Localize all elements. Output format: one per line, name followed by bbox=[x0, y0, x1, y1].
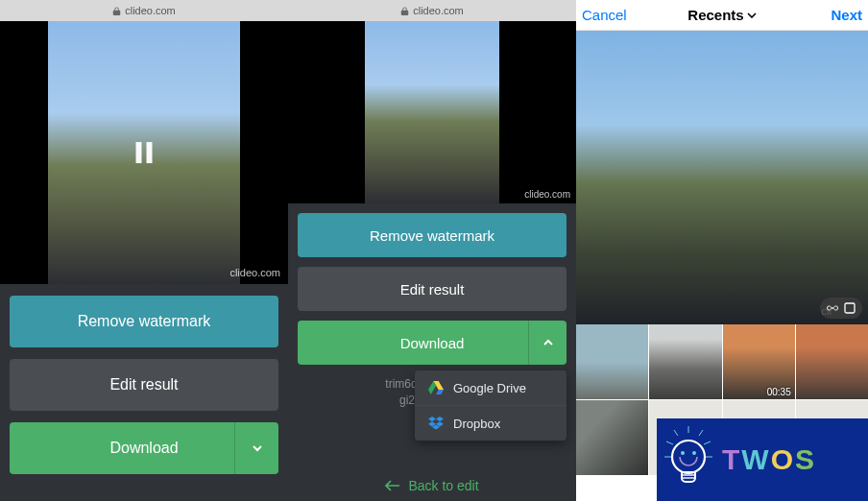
twos-banner: TWOS bbox=[657, 418, 868, 501]
download-button[interactable]: Download bbox=[298, 321, 567, 365]
svg-line-12 bbox=[666, 441, 673, 444]
dropdown-item-label: Dropbox bbox=[453, 417, 500, 431]
url-bar: clideo.com bbox=[288, 0, 576, 21]
button-label: Download bbox=[400, 335, 465, 351]
album-title-button[interactable]: Recents bbox=[687, 7, 756, 23]
svg-marker-4 bbox=[428, 417, 436, 421]
download-dropdown: Google Drive Dropbox bbox=[415, 370, 567, 441]
thumbnail[interactable] bbox=[796, 324, 868, 399]
url-text: clideo.com bbox=[125, 5, 176, 16]
live-photo-controls[interactable] bbox=[820, 298, 862, 319]
download-options-toggle[interactable] bbox=[528, 321, 567, 365]
square-icon bbox=[843, 301, 856, 315]
button-label: Remove watermark bbox=[370, 227, 494, 244]
download-options-toggle[interactable] bbox=[234, 422, 278, 474]
google-drive-icon bbox=[428, 380, 444, 395]
selected-photo-preview[interactable]: cli bbox=[576, 31, 868, 324]
button-label: Download bbox=[109, 440, 178, 457]
dropdown-item-label: Google Drive bbox=[453, 381, 526, 395]
back-to-edit-link[interactable]: Back to edit bbox=[288, 457, 576, 501]
thumbnail[interactable]: 00:35 bbox=[723, 324, 795, 399]
watermark-text: clideo.com bbox=[229, 267, 280, 278]
duration-label: 00:35 bbox=[767, 387, 791, 397]
cancel-button[interactable]: Cancel bbox=[582, 7, 634, 23]
dropdown-item-dropbox[interactable]: Dropbox bbox=[415, 405, 567, 441]
svg-line-11 bbox=[699, 430, 703, 436]
next-button[interactable]: Next bbox=[810, 7, 862, 23]
watermark-text: clideo.com bbox=[524, 189, 570, 200]
thumbnail[interactable] bbox=[576, 324, 648, 399]
video-preview[interactable]: clideo.com bbox=[288, 21, 576, 203]
remove-watermark-button[interactable]: Remove watermark bbox=[298, 213, 567, 257]
infinity-icon bbox=[826, 301, 839, 315]
chevron-up-icon bbox=[542, 336, 555, 349]
url-bar: clideo.com bbox=[0, 0, 288, 21]
svg-line-13 bbox=[704, 441, 711, 444]
photo-picker-header: Cancel Recents Next bbox=[576, 0, 868, 31]
pause-icon[interactable] bbox=[136, 142, 153, 163]
thumbnail[interactable] bbox=[576, 400, 648, 475]
lock-icon bbox=[112, 7, 121, 15]
button-stack: Remove watermark Edit result Download bbox=[288, 203, 576, 370]
thumbnail[interactable] bbox=[649, 324, 721, 399]
album-title-label: Recents bbox=[687, 7, 743, 23]
video-preview[interactable]: clideo.com bbox=[0, 21, 288, 284]
chevron-down-icon bbox=[251, 441, 264, 455]
dropbox-icon bbox=[428, 416, 444, 431]
url-text: clideo.com bbox=[413, 5, 464, 16]
svg-line-10 bbox=[674, 430, 678, 436]
arrow-left-icon bbox=[385, 480, 400, 491]
edit-result-button[interactable]: Edit result bbox=[10, 359, 278, 411]
panel-left: clideo.com clideo.com Remove watermark E… bbox=[0, 0, 288, 501]
edit-result-button[interactable]: Edit result bbox=[298, 267, 567, 311]
button-label: Edit result bbox=[109, 376, 178, 394]
chevron-down-icon bbox=[747, 12, 757, 18]
svg-rect-0 bbox=[845, 303, 855, 313]
svg-point-16 bbox=[672, 441, 705, 473]
button-label: Remove watermark bbox=[78, 313, 211, 330]
lightbulb-icon bbox=[663, 426, 714, 493]
download-button[interactable]: Download bbox=[10, 422, 278, 474]
link-label: Back to edit bbox=[408, 478, 478, 493]
svg-point-18 bbox=[692, 451, 696, 455]
dropdown-item-gdrive[interactable]: Google Drive bbox=[415, 370, 567, 405]
svg-marker-5 bbox=[436, 417, 444, 421]
banner-text: TWOS bbox=[722, 443, 816, 476]
video-frame bbox=[365, 21, 499, 203]
remove-watermark-button[interactable]: Remove watermark bbox=[10, 296, 278, 347]
button-stack: Remove watermark Edit result Download bbox=[0, 284, 288, 484]
lock-icon bbox=[400, 7, 409, 15]
svg-point-17 bbox=[681, 451, 685, 455]
svg-marker-2 bbox=[436, 390, 444, 394]
button-label: Edit result bbox=[400, 281, 465, 298]
